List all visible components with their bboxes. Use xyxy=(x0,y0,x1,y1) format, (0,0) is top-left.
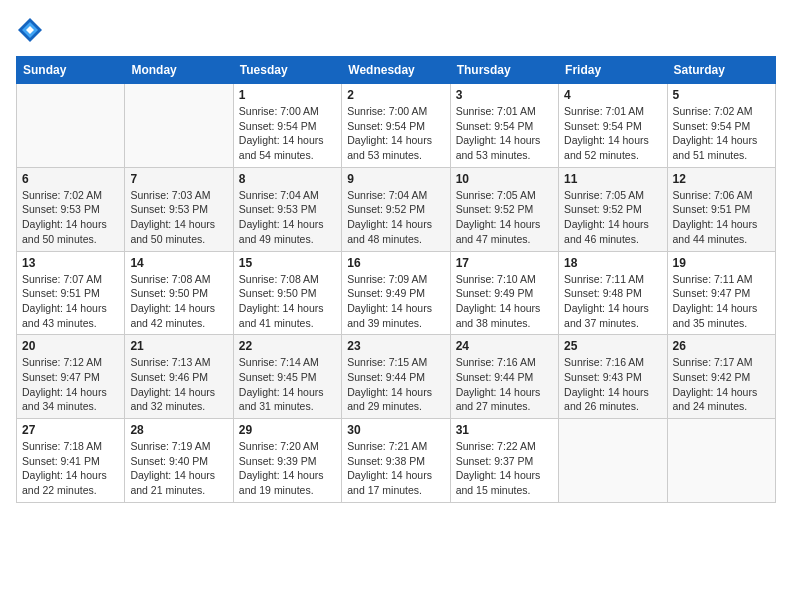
calendar-header-row: SundayMondayTuesdayWednesdayThursdayFrid… xyxy=(17,57,776,84)
day-info: Sunrise: 7:01 AM Sunset: 9:54 PM Dayligh… xyxy=(564,104,661,163)
calendar-table: SundayMondayTuesdayWednesdayThursdayFrid… xyxy=(16,56,776,503)
day-number: 1 xyxy=(239,88,336,102)
day-info: Sunrise: 7:10 AM Sunset: 9:49 PM Dayligh… xyxy=(456,272,553,331)
logo xyxy=(16,16,46,44)
calendar-week-1: 1Sunrise: 7:00 AM Sunset: 9:54 PM Daylig… xyxy=(17,84,776,168)
day-number: 2 xyxy=(347,88,444,102)
day-number: 9 xyxy=(347,172,444,186)
calendar-cell: 21Sunrise: 7:13 AM Sunset: 9:46 PM Dayli… xyxy=(125,335,233,419)
calendar-cell: 25Sunrise: 7:16 AM Sunset: 9:43 PM Dayli… xyxy=(559,335,667,419)
calendar-cell: 5Sunrise: 7:02 AM Sunset: 9:54 PM Daylig… xyxy=(667,84,775,168)
day-number: 25 xyxy=(564,339,661,353)
day-number: 24 xyxy=(456,339,553,353)
day-info: Sunrise: 7:17 AM Sunset: 9:42 PM Dayligh… xyxy=(673,355,770,414)
day-info: Sunrise: 7:00 AM Sunset: 9:54 PM Dayligh… xyxy=(239,104,336,163)
day-info: Sunrise: 7:14 AM Sunset: 9:45 PM Dayligh… xyxy=(239,355,336,414)
day-number: 8 xyxy=(239,172,336,186)
day-info: Sunrise: 7:00 AM Sunset: 9:54 PM Dayligh… xyxy=(347,104,444,163)
day-info: Sunrise: 7:02 AM Sunset: 9:54 PM Dayligh… xyxy=(673,104,770,163)
day-info: Sunrise: 7:08 AM Sunset: 9:50 PM Dayligh… xyxy=(239,272,336,331)
day-number: 13 xyxy=(22,256,119,270)
calendar-cell: 18Sunrise: 7:11 AM Sunset: 9:48 PM Dayli… xyxy=(559,251,667,335)
col-header-tuesday: Tuesday xyxy=(233,57,341,84)
day-number: 12 xyxy=(673,172,770,186)
day-number: 3 xyxy=(456,88,553,102)
calendar-cell: 27Sunrise: 7:18 AM Sunset: 9:41 PM Dayli… xyxy=(17,419,125,503)
day-number: 31 xyxy=(456,423,553,437)
calendar-cell xyxy=(125,84,233,168)
day-number: 30 xyxy=(347,423,444,437)
day-number: 7 xyxy=(130,172,227,186)
day-info: Sunrise: 7:21 AM Sunset: 9:38 PM Dayligh… xyxy=(347,439,444,498)
day-number: 10 xyxy=(456,172,553,186)
col-header-saturday: Saturday xyxy=(667,57,775,84)
generalblue-logo-icon xyxy=(16,16,44,44)
calendar-cell: 4Sunrise: 7:01 AM Sunset: 9:54 PM Daylig… xyxy=(559,84,667,168)
calendar-cell: 29Sunrise: 7:20 AM Sunset: 9:39 PM Dayli… xyxy=(233,419,341,503)
day-info: Sunrise: 7:13 AM Sunset: 9:46 PM Dayligh… xyxy=(130,355,227,414)
calendar-cell: 11Sunrise: 7:05 AM Sunset: 9:52 PM Dayli… xyxy=(559,167,667,251)
calendar-cell: 31Sunrise: 7:22 AM Sunset: 9:37 PM Dayli… xyxy=(450,419,558,503)
calendar-cell: 2Sunrise: 7:00 AM Sunset: 9:54 PM Daylig… xyxy=(342,84,450,168)
col-header-thursday: Thursday xyxy=(450,57,558,84)
calendar-cell: 24Sunrise: 7:16 AM Sunset: 9:44 PM Dayli… xyxy=(450,335,558,419)
day-info: Sunrise: 7:04 AM Sunset: 9:52 PM Dayligh… xyxy=(347,188,444,247)
day-info: Sunrise: 7:05 AM Sunset: 9:52 PM Dayligh… xyxy=(564,188,661,247)
day-info: Sunrise: 7:15 AM Sunset: 9:44 PM Dayligh… xyxy=(347,355,444,414)
day-number: 14 xyxy=(130,256,227,270)
day-number: 26 xyxy=(673,339,770,353)
day-number: 15 xyxy=(239,256,336,270)
calendar-week-3: 13Sunrise: 7:07 AM Sunset: 9:51 PM Dayli… xyxy=(17,251,776,335)
day-info: Sunrise: 7:19 AM Sunset: 9:40 PM Dayligh… xyxy=(130,439,227,498)
calendar-cell: 12Sunrise: 7:06 AM Sunset: 9:51 PM Dayli… xyxy=(667,167,775,251)
day-info: Sunrise: 7:09 AM Sunset: 9:49 PM Dayligh… xyxy=(347,272,444,331)
day-info: Sunrise: 7:01 AM Sunset: 9:54 PM Dayligh… xyxy=(456,104,553,163)
day-number: 20 xyxy=(22,339,119,353)
calendar-cell: 17Sunrise: 7:10 AM Sunset: 9:49 PM Dayli… xyxy=(450,251,558,335)
calendar-cell: 9Sunrise: 7:04 AM Sunset: 9:52 PM Daylig… xyxy=(342,167,450,251)
calendar-cell: 1Sunrise: 7:00 AM Sunset: 9:54 PM Daylig… xyxy=(233,84,341,168)
day-info: Sunrise: 7:05 AM Sunset: 9:52 PM Dayligh… xyxy=(456,188,553,247)
col-header-sunday: Sunday xyxy=(17,57,125,84)
day-info: Sunrise: 7:16 AM Sunset: 9:43 PM Dayligh… xyxy=(564,355,661,414)
calendar-cell: 3Sunrise: 7:01 AM Sunset: 9:54 PM Daylig… xyxy=(450,84,558,168)
calendar-cell: 14Sunrise: 7:08 AM Sunset: 9:50 PM Dayli… xyxy=(125,251,233,335)
day-info: Sunrise: 7:18 AM Sunset: 9:41 PM Dayligh… xyxy=(22,439,119,498)
calendar-cell: 23Sunrise: 7:15 AM Sunset: 9:44 PM Dayli… xyxy=(342,335,450,419)
day-number: 4 xyxy=(564,88,661,102)
day-info: Sunrise: 7:04 AM Sunset: 9:53 PM Dayligh… xyxy=(239,188,336,247)
calendar-cell: 30Sunrise: 7:21 AM Sunset: 9:38 PM Dayli… xyxy=(342,419,450,503)
calendar-cell: 10Sunrise: 7:05 AM Sunset: 9:52 PM Dayli… xyxy=(450,167,558,251)
page-header xyxy=(16,16,776,44)
calendar-cell: 7Sunrise: 7:03 AM Sunset: 9:53 PM Daylig… xyxy=(125,167,233,251)
calendar-week-2: 6Sunrise: 7:02 AM Sunset: 9:53 PM Daylig… xyxy=(17,167,776,251)
day-number: 29 xyxy=(239,423,336,437)
calendar-cell: 15Sunrise: 7:08 AM Sunset: 9:50 PM Dayli… xyxy=(233,251,341,335)
calendar-cell: 13Sunrise: 7:07 AM Sunset: 9:51 PM Dayli… xyxy=(17,251,125,335)
day-number: 19 xyxy=(673,256,770,270)
day-info: Sunrise: 7:12 AM Sunset: 9:47 PM Dayligh… xyxy=(22,355,119,414)
day-info: Sunrise: 7:11 AM Sunset: 9:47 PM Dayligh… xyxy=(673,272,770,331)
day-info: Sunrise: 7:03 AM Sunset: 9:53 PM Dayligh… xyxy=(130,188,227,247)
calendar-cell: 16Sunrise: 7:09 AM Sunset: 9:49 PM Dayli… xyxy=(342,251,450,335)
day-number: 5 xyxy=(673,88,770,102)
day-number: 11 xyxy=(564,172,661,186)
day-info: Sunrise: 7:11 AM Sunset: 9:48 PM Dayligh… xyxy=(564,272,661,331)
calendar-cell: 28Sunrise: 7:19 AM Sunset: 9:40 PM Dayli… xyxy=(125,419,233,503)
day-number: 22 xyxy=(239,339,336,353)
calendar-cell: 22Sunrise: 7:14 AM Sunset: 9:45 PM Dayli… xyxy=(233,335,341,419)
day-number: 6 xyxy=(22,172,119,186)
calendar-cell: 19Sunrise: 7:11 AM Sunset: 9:47 PM Dayli… xyxy=(667,251,775,335)
calendar-cell xyxy=(559,419,667,503)
day-number: 27 xyxy=(22,423,119,437)
calendar-cell xyxy=(667,419,775,503)
calendar-cell: 8Sunrise: 7:04 AM Sunset: 9:53 PM Daylig… xyxy=(233,167,341,251)
day-number: 17 xyxy=(456,256,553,270)
day-number: 16 xyxy=(347,256,444,270)
day-number: 23 xyxy=(347,339,444,353)
day-number: 28 xyxy=(130,423,227,437)
calendar-cell: 26Sunrise: 7:17 AM Sunset: 9:42 PM Dayli… xyxy=(667,335,775,419)
col-header-friday: Friday xyxy=(559,57,667,84)
col-header-monday: Monday xyxy=(125,57,233,84)
calendar-cell: 20Sunrise: 7:12 AM Sunset: 9:47 PM Dayli… xyxy=(17,335,125,419)
